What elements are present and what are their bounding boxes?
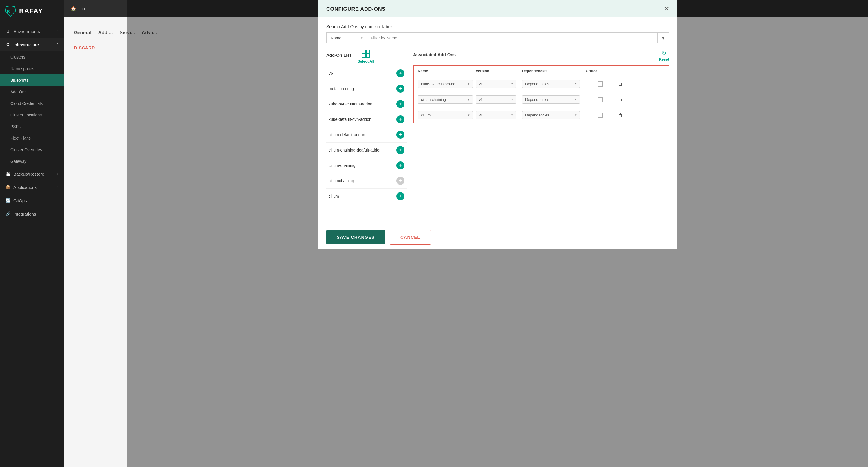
critical-checkbox-cell xyxy=(586,81,615,87)
addon-item-name: ciliumchaining xyxy=(329,178,354,183)
associated-header-row: Associated Add-Ons ↻ Reset xyxy=(413,49,669,62)
sidebar-item-backup-restore[interactable]: 💾 Backup/Restore › xyxy=(0,167,64,180)
version-select[interactable]: v1 ▾ xyxy=(476,80,516,88)
addon-name-select[interactable]: cilium ▾ xyxy=(418,111,473,119)
columns-row: Add-On List S xyxy=(326,49,669,205)
sidebar-item-addons[interactable]: Add-Ons xyxy=(0,86,64,98)
add-addon-button[interactable]: + xyxy=(396,130,404,139)
add-addon-button[interactable]: + xyxy=(396,146,404,154)
col-header-actions xyxy=(615,69,626,73)
sidebar-item-integrations[interactable]: 🔗 Integrations xyxy=(0,207,64,221)
sidebar-item-cluster-locations[interactable]: Cluster Locations xyxy=(0,109,64,121)
dependencies-select[interactable]: Dependencies ▾ xyxy=(522,111,580,119)
version-value: v1 xyxy=(479,97,483,102)
chevron-down-icon: ▾ xyxy=(468,98,470,101)
sidebar-item-cluster-overrides[interactable]: Cluster Overrides xyxy=(0,144,64,155)
infrastructure-icon: ⚙ xyxy=(5,42,10,47)
list-item: ciliumchaining + xyxy=(326,173,407,188)
svg-rect-5 xyxy=(366,54,369,57)
reset-button[interactable]: ↻ Reset xyxy=(659,50,669,61)
version-select[interactable]: v1 ▾ xyxy=(476,95,516,104)
chevron-down-icon: ▾ xyxy=(575,82,577,86)
add-addon-button[interactable]: + xyxy=(396,85,404,93)
add-addon-button[interactable]: + xyxy=(396,100,404,108)
sidebar-item-gitops[interactable]: 🔄 GitOps › xyxy=(0,194,64,207)
sidebar-item-environments[interactable]: 🖥 Environments › xyxy=(0,25,64,38)
addon-name-select[interactable]: cilium-chaining ▾ xyxy=(418,95,473,104)
addon-name-value: cilium-chaining xyxy=(421,97,446,102)
main-content: 🏠 HO... General Add-... Servi... Adva...… xyxy=(64,0,868,467)
addon-item-name: kube-ovn-custom-addon xyxy=(329,102,372,106)
sidebar-item-label: Applications xyxy=(13,185,37,190)
sidebar-nav: 🖥 Environments › ⚙ Infrastructure ˅ Clus… xyxy=(0,22,64,467)
search-label: Search Add-Ons by name or labels xyxy=(326,24,669,29)
dependencies-select[interactable]: Dependencies ▾ xyxy=(522,80,580,88)
search-section: Search Add-Ons by name or labels Name ▾ … xyxy=(326,24,669,43)
discard-button[interactable]: DISCARD xyxy=(74,45,95,50)
svg-rect-2 xyxy=(362,50,365,53)
modal-title: CONFIGURE ADD-ONS xyxy=(326,6,386,12)
version-select[interactable]: v1 ▾ xyxy=(476,111,516,119)
dependencies-value: Dependencies xyxy=(525,113,549,117)
col-header-version: Version xyxy=(476,69,522,73)
sidebar-item-blueprints[interactable]: Blueprints xyxy=(0,75,64,86)
delete-addon-button[interactable]: 🗑 xyxy=(615,97,626,102)
list-item: kube-default-ovn-addon + xyxy=(326,112,407,127)
sidebar-item-label: Integrations xyxy=(13,211,36,216)
sidebar-item-cloud-credentials[interactable]: Cloud Credentials xyxy=(0,98,64,109)
delete-addon-button[interactable]: 🗑 xyxy=(615,81,626,87)
addon-item-name: cilium-chaining xyxy=(329,163,355,168)
add-addon-button[interactable]: + xyxy=(396,177,404,185)
svg-rect-4 xyxy=(362,54,365,57)
sidebar-item-infrastructure[interactable]: ⚙ Infrastructure ˅ xyxy=(0,38,64,51)
delete-addon-button[interactable]: 🗑 xyxy=(615,113,626,118)
filter-dropdown-button[interactable]: ▾ xyxy=(657,32,669,43)
add-addon-button[interactable]: + xyxy=(396,192,404,200)
add-addon-button[interactable]: + xyxy=(396,69,404,77)
dependencies-select[interactable]: Dependencies ▾ xyxy=(522,95,580,104)
backup-icon: 💾 xyxy=(5,171,10,176)
chevron-down-icon: ▾ xyxy=(575,98,577,101)
table-row: cilium-chaining ▾ v1 ▾ Dependencies ▾ 🗑 xyxy=(414,92,669,108)
addon-name-value: cilium xyxy=(421,113,431,117)
add-addon-button[interactable]: + xyxy=(396,115,404,123)
breadcrumb: HO... xyxy=(79,6,89,11)
applications-icon: 📦 xyxy=(5,184,10,190)
modal-close-button[interactable]: ✕ xyxy=(664,6,669,12)
sidebar-item-clusters[interactable]: Clusters xyxy=(0,51,64,63)
addon-item-name: cilium xyxy=(329,194,339,199)
addon-name-select[interactable]: kube-ovn-custom-ad... ▾ xyxy=(418,80,473,88)
critical-checkbox[interactable] xyxy=(597,97,603,102)
search-type-dropdown[interactable]: Name ▾ xyxy=(326,32,367,43)
critical-checkbox-cell xyxy=(586,113,615,118)
select-all-button[interactable]: Select All xyxy=(358,49,374,63)
critical-checkbox[interactable] xyxy=(597,113,603,118)
sidebar-item-applications[interactable]: 📦 Applications › xyxy=(0,180,64,194)
cancel-button[interactable]: CANCEL xyxy=(390,230,431,244)
svg-rect-3 xyxy=(366,50,369,53)
sidebar-item-fleet-plans[interactable]: Fleet Plans xyxy=(0,133,64,144)
addon-list-header: Add-On List xyxy=(326,50,351,61)
chevron-right-icon: › xyxy=(57,185,59,189)
addon-list-items: v6 + metallb-config + kube-ovn-custom-ad… xyxy=(326,66,407,205)
table-header-row: Name Version Dependencies Critical xyxy=(414,66,669,76)
save-changes-button[interactable]: SAVE CHANGES xyxy=(326,230,385,244)
modal-footer: SAVE CHANGES CANCEL xyxy=(318,225,677,249)
sidebar-item-psps[interactable]: PSPs xyxy=(0,121,64,133)
chevron-down-icon: ˅ xyxy=(57,42,59,47)
list-item: cilium-default-addon + xyxy=(326,127,407,143)
chevron-down-icon: ▾ xyxy=(575,113,577,117)
sidebar-item-gateway[interactable]: Gateway xyxy=(0,155,64,167)
search-input[interactable] xyxy=(367,32,657,43)
rafay-logo-icon: R xyxy=(5,5,16,17)
critical-checkbox[interactable] xyxy=(597,81,603,87)
chevron-down-icon: ▾ xyxy=(511,98,513,101)
modal-header: CONFIGURE ADD-ONS ✕ xyxy=(318,0,677,17)
add-addon-button[interactable]: + xyxy=(396,162,404,170)
environments-icon: 🖥 xyxy=(5,29,10,34)
col-header-dependencies: Dependencies xyxy=(522,69,586,73)
sidebar-item-label: GitOps xyxy=(13,198,27,203)
logo-text: RAFAY xyxy=(19,7,43,15)
table-row: kube-ovn-custom-ad... ▾ v1 ▾ Dependencie… xyxy=(414,76,669,92)
sidebar-item-namespaces[interactable]: Namespaces xyxy=(0,63,64,75)
